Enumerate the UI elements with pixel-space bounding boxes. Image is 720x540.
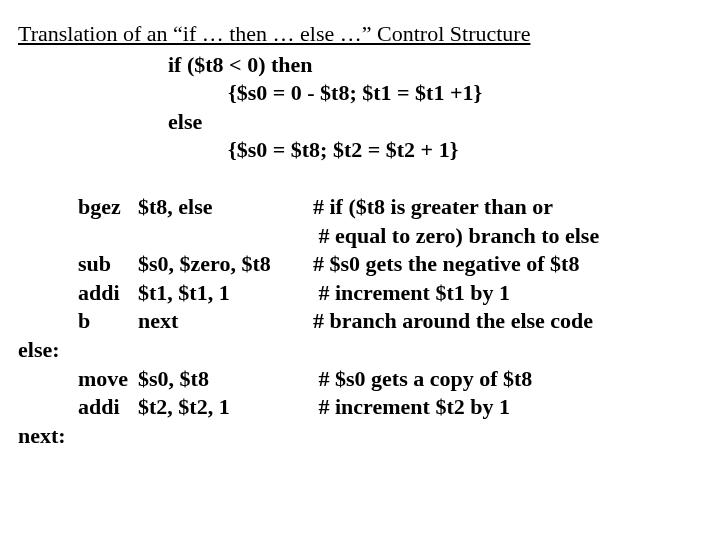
- asm-mnem: addi: [78, 279, 138, 308]
- asm-args: $s0, $t8: [138, 365, 313, 394]
- assembly-block: bgez $t8, else # if ($t8 is greater than…: [18, 193, 702, 450]
- asm-comment: # increment $t1 by 1: [313, 279, 702, 308]
- kw-else: else: [168, 109, 202, 134]
- asm-label: else:: [18, 336, 78, 365]
- asm-comment: # increment $t2 by 1: [313, 393, 702, 422]
- asm-args: $s0, $zero, $t8: [138, 250, 313, 279]
- asm-args: next: [138, 307, 313, 336]
- pseudo-else-line: else: [18, 108, 702, 137]
- asm-args: [138, 222, 313, 251]
- pseudo-else-body: {$s0 = $t8; $t2 = $t2 + 1}: [18, 136, 702, 165]
- asm-args: [138, 336, 313, 365]
- asm-mnem: b: [78, 307, 138, 336]
- asm-args: [138, 422, 313, 451]
- asm-comment: # if ($t8 is greater than or: [313, 193, 702, 222]
- pseudo-then-body: {$s0 = 0 - $t8; $t1 = $t1 +1}: [18, 79, 702, 108]
- pseudocode-block: if ($t8 < 0) then {$s0 = 0 - $t8; $t1 = …: [18, 51, 702, 165]
- asm-args: $t8, else: [138, 193, 313, 222]
- asm-mnem: sub: [78, 250, 138, 279]
- asm-args: $t2, $t2, 1: [138, 393, 313, 422]
- asm-comment: [313, 336, 702, 365]
- asm-row: # equal to zero) branch to else: [18, 222, 702, 251]
- asm-label: [18, 393, 78, 422]
- asm-mnem: bgez: [78, 193, 138, 222]
- kw-then: then: [271, 52, 313, 77]
- asm-label: [18, 193, 78, 222]
- asm-row: else:: [18, 336, 702, 365]
- pseudo-if-line: if ($t8 < 0) then: [18, 51, 702, 80]
- asm-comment: [313, 422, 702, 451]
- asm-comment: # branch around the else code: [313, 307, 702, 336]
- slide-title: Translation of an “if … then … else …” C…: [18, 20, 702, 49]
- asm-label: [18, 250, 78, 279]
- asm-row: b next # branch around the else code: [18, 307, 702, 336]
- asm-comment: # $s0 gets the negative of $t8: [313, 250, 702, 279]
- asm-row: addi $t1, $t1, 1 # increment $t1 by 1: [18, 279, 702, 308]
- asm-args: $t1, $t1, 1: [138, 279, 313, 308]
- asm-mnem: addi: [78, 393, 138, 422]
- asm-comment: # $s0 gets a copy of $t8: [313, 365, 702, 394]
- asm-mnem: move: [78, 365, 138, 394]
- asm-label: next:: [18, 422, 78, 451]
- asm-mnem: [78, 422, 138, 451]
- asm-mnem: [78, 336, 138, 365]
- pseudo-cond: ($t8 < 0): [187, 52, 266, 77]
- asm-comment: # equal to zero) branch to else: [313, 222, 702, 251]
- asm-label: [18, 279, 78, 308]
- kw-if: if: [168, 52, 181, 77]
- asm-mnem: [78, 222, 138, 251]
- asm-row: move $s0, $t8 # $s0 gets a copy of $t8: [18, 365, 702, 394]
- asm-row: sub $s0, $zero, $t8 # $s0 gets the negat…: [18, 250, 702, 279]
- asm-label: [18, 307, 78, 336]
- asm-row: next:: [18, 422, 702, 451]
- asm-row: bgez $t8, else # if ($t8 is greater than…: [18, 193, 702, 222]
- asm-row: addi $t2, $t2, 1 # increment $t2 by 1: [18, 393, 702, 422]
- asm-label: [18, 365, 78, 394]
- asm-label: [18, 222, 78, 251]
